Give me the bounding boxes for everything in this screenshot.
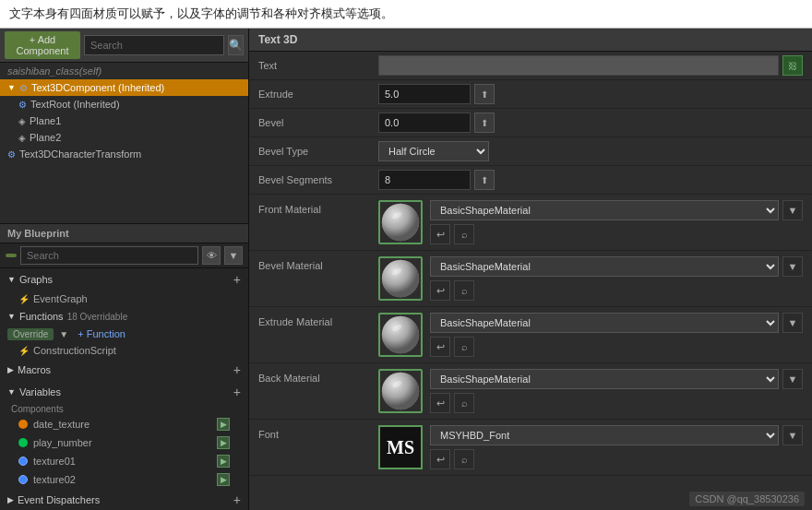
extrude-material-select[interactable]: BasicShapeMaterial: [430, 313, 779, 333]
extrude-input[interactable]: 5.0: [378, 84, 471, 104]
blueprint-search-input[interactable]: [20, 246, 198, 265]
variable-texture01[interactable]: texture01 ▶: [0, 452, 248, 470]
extrude-material-row: Extrude Material: [249, 307, 812, 363]
extrude-spin-button[interactable]: ⬆: [474, 84, 495, 104]
text-value-display[interactable]: [378, 55, 779, 76]
back-material-label: Back Material: [258, 369, 378, 384]
hierarchy-text3d[interactable]: ▼ ⚙ Text3DComponent (Inherited): [0, 79, 248, 96]
construction-script-item[interactable]: ⚡ ConstructionScript: [0, 342, 248, 359]
bevel-material-row: Bevel Material: [249, 251, 812, 307]
var-color-blue-1: [18, 457, 28, 466]
variables-section-header[interactable]: ▼ Variables +: [0, 381, 248, 403]
variable-play-number[interactable]: play_number ▶: [0, 433, 248, 452]
options-button[interactable]: ▼: [224, 246, 243, 265]
font-display-text: MS: [387, 437, 414, 458]
event-graph-label: EventGraph: [33, 293, 88, 304]
text-chain-button[interactable]: ⛓: [782, 55, 803, 76]
var-export-button-3[interactable]: ▶: [217, 473, 230, 486]
hierarchy-plane1[interactable]: ◈ Plane1: [0, 113, 248, 129]
banner-text: 文字本身有四面材质可以赋予，以及字体的调节和各种对齐模式等选项。: [9, 6, 393, 20]
bevel-spin-button[interactable]: ⬆: [474, 113, 495, 133]
bevel-segments-spin-button[interactable]: ⬆: [474, 170, 495, 190]
bevel-segments-input[interactable]: 8: [378, 170, 471, 190]
functions-actions-row: Override ▼ + Function: [0, 326, 248, 342]
back-material-name-row: BasicShapeMaterial ▼: [430, 369, 803, 389]
dispatchers-add-button[interactable]: +: [233, 492, 241, 507]
back-material-search[interactable]: ⌕: [454, 393, 474, 413]
var-export-button-2[interactable]: ▶: [217, 455, 230, 468]
bevel-type-select[interactable]: Half Circle Convex Concave None: [378, 141, 489, 161]
component-search-button[interactable]: 🔍: [228, 35, 244, 55]
back-material-row: Back Material: [249, 363, 812, 420]
component-toolbar: + Add Component 🔍: [0, 29, 248, 63]
bevel-material-label: Bevel Material: [258, 256, 378, 271]
add-component-button[interactable]: + Add Component: [5, 31, 80, 59]
component-search-input[interactable]: [84, 35, 224, 55]
bevel-type-label: Bevel Type: [258, 146, 378, 157]
back-material-select[interactable]: BasicShapeMaterial: [430, 369, 779, 389]
bevel-material-right: BasicShapeMaterial ▼ ↩ ⌕: [430, 256, 803, 301]
override-arrow: ▼: [59, 329, 68, 339]
front-material-thumb: [378, 200, 423, 244]
dispatchers-label: Event Dispatchers: [18, 494, 100, 505]
functions-expand-icon: ▼: [7, 312, 16, 321]
font-dropdown[interactable]: ▼: [782, 425, 803, 445]
blueprint-toolbar: 👁 ▼: [0, 243, 248, 268]
back-material-thumb: [378, 369, 423, 413]
functions-section-header[interactable]: ▼ Functions 18 Overridable: [0, 307, 248, 326]
back-material-right: BasicShapeMaterial ▼ ↩ ⌕: [430, 369, 803, 413]
variables-add-button[interactable]: +: [233, 385, 241, 399]
var-export-button-0[interactable]: ▶: [217, 418, 230, 431]
extrude-material-label: Extrude Material: [258, 313, 378, 327]
front-material-select[interactable]: BasicShapeMaterial: [430, 200, 779, 220]
var-export-button-1[interactable]: ▶: [217, 436, 230, 449]
bevel-material-dropdown[interactable]: ▼: [782, 256, 803, 277]
var-color-green: [18, 438, 28, 447]
extrude-material-dropdown[interactable]: ▼: [782, 313, 803, 333]
hierarchy-plane2[interactable]: ◈ Plane2: [0, 129, 248, 146]
bevel-material-search[interactable]: ⌕: [454, 280, 474, 301]
hierarchy-text3dchar[interactable]: ⚙ Text3DCharacterTransform: [0, 146, 248, 162]
front-material-reset[interactable]: ↩: [430, 224, 450, 244]
bevel-segments-value: 8 ⬆: [378, 170, 803, 190]
svg-point-7: [382, 316, 419, 353]
extrude-material-search[interactable]: ⌕: [454, 337, 474, 357]
function-add-button[interactable]: + Function: [74, 327, 129, 340]
bevel-type-property-row: Bevel Type Half Circle Convex Concave No…: [249, 137, 812, 166]
extrude-label: Extrude: [258, 89, 378, 100]
macros-section-header[interactable]: ▶ Macros +: [0, 359, 248, 381]
front-material-label: Front Material: [258, 200, 378, 215]
font-search[interactable]: ⌕: [454, 449, 474, 469]
font-content: MS MSYHBD_Font ▼ ↩ ⌕: [378, 425, 803, 469]
construction-icon: ⚡: [18, 346, 30, 356]
front-material-search[interactable]: ⌕: [454, 224, 474, 244]
back-material-content: BasicShapeMaterial ▼ ↩ ⌕: [378, 369, 803, 413]
front-material-name-row: BasicShapeMaterial ▼: [430, 200, 803, 220]
graphs-add-button[interactable]: +: [233, 272, 241, 287]
event-graph-item[interactable]: ⚡ EventGraph: [0, 291, 248, 307]
bevel-material-select[interactable]: BasicShapeMaterial: [430, 256, 779, 277]
hierarchy-text3dchar-label: Text3DCharacterTransform: [19, 148, 141, 160]
back-material-reset[interactable]: ↩: [430, 393, 450, 413]
add-new-button[interactable]: [6, 254, 17, 257]
hierarchy-self[interactable]: saishiban_class(self): [0, 63, 248, 79]
visibility-button[interactable]: 👁: [202, 246, 221, 265]
variable-texture02[interactable]: texture02 ▶: [0, 470, 248, 489]
macros-add-button[interactable]: +: [233, 362, 241, 377]
plane2-icon: ◈: [18, 133, 26, 143]
event-dispatchers-section-header[interactable]: ▶ Event Dispatchers +: [0, 489, 248, 510]
front-material-dropdown[interactable]: ▼: [782, 200, 803, 220]
hierarchy-textroot[interactable]: ⚙ TextRoot (Inherited): [0, 96, 248, 113]
var-color-orange: [18, 420, 28, 429]
bevel-input[interactable]: 0.0: [378, 113, 471, 133]
bevel-property-row: Bevel 0.0 ⬆: [249, 109, 812, 137]
font-actions: ↩ ⌕: [430, 449, 803, 469]
graphs-section-header[interactable]: ▼ Graphs +: [0, 268, 248, 291]
variable-date-texture[interactable]: date_texture ▶: [0, 415, 248, 433]
override-button[interactable]: Override: [7, 328, 54, 340]
font-select[interactable]: MSYHBD_Font: [430, 425, 779, 445]
extrude-material-reset[interactable]: ↩: [430, 337, 450, 357]
bevel-material-reset[interactable]: ↩: [430, 280, 450, 301]
back-material-dropdown[interactable]: ▼: [782, 369, 803, 389]
font-reset[interactable]: ↩: [430, 449, 450, 469]
